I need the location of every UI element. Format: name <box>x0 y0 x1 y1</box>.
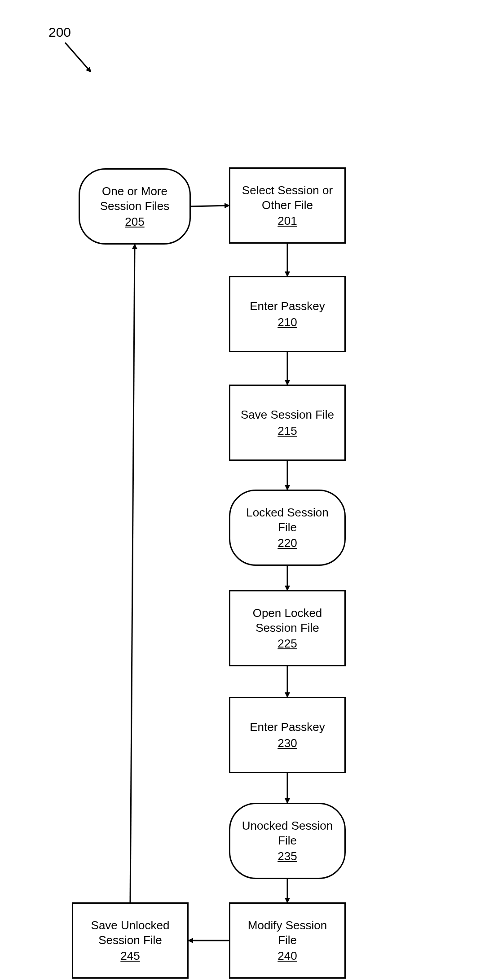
flow-node-240: Modify Session File240 <box>229 902 346 979</box>
svg-line-9 <box>130 245 135 902</box>
node-label: Unocked Session File <box>242 818 333 848</box>
node-ref: 245 <box>120 949 140 963</box>
node-label: Enter Passkey <box>250 720 325 735</box>
flow-node-215: Save Session File215 <box>229 385 346 461</box>
flow-node-205: One or More Session Files205 <box>79 168 191 245</box>
flow-node-201: Select Session or Other File201 <box>229 167 346 244</box>
node-label: Select Session or Other File <box>242 183 333 212</box>
flow-node-210: Enter Passkey210 <box>229 276 346 352</box>
node-ref: 210 <box>277 315 297 329</box>
node-ref: 235 <box>277 849 297 863</box>
node-ref: 201 <box>277 214 297 228</box>
svg-line-0 <box>191 206 229 206</box>
svg-line-10 <box>65 43 91 72</box>
diagram-canvas: 200 One or More Session Files205Select S… <box>0 0 502 980</box>
node-ref: 215 <box>277 424 297 438</box>
node-ref: 240 <box>277 949 297 963</box>
node-ref: 225 <box>277 637 297 651</box>
flow-node-225: Open Locked Session File225 <box>229 590 346 666</box>
node-label: Enter Passkey <box>250 299 325 314</box>
node-label: One or More Session Files <box>100 184 170 213</box>
flow-node-230: Enter Passkey230 <box>229 697 346 773</box>
flow-node-235: Unocked Session File235 <box>229 803 346 879</box>
node-label: Save Unlocked Session File <box>91 918 170 947</box>
figure-reference-label: 200 <box>48 25 71 40</box>
node-ref: 220 <box>277 536 297 550</box>
node-label: Save Session File <box>241 407 334 422</box>
flow-node-245: Save Unlocked Session File245 <box>72 902 189 979</box>
node-label: Locked Session File <box>246 505 329 534</box>
node-label: Open Locked Session File <box>253 606 322 635</box>
node-ref: 230 <box>277 736 297 750</box>
node-ref: 205 <box>125 215 144 229</box>
node-label: Modify Session File <box>248 918 327 947</box>
flow-node-220: Locked Session File220 <box>229 490 346 566</box>
